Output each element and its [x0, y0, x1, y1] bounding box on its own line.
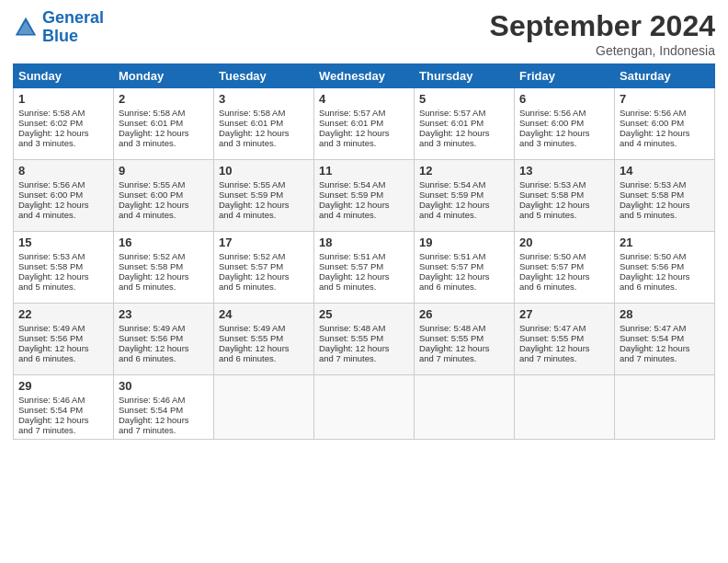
daylight-text-cont: and 4 minutes.: [319, 210, 409, 220]
sunset-text: Sunset: 5:56 PM: [119, 333, 209, 343]
sunrise-text: Sunrise: 5:58 AM: [219, 108, 309, 118]
daylight-text: Daylight: 12 hours: [18, 415, 108, 425]
sunrise-text: Sunrise: 5:52 AM: [219, 251, 309, 261]
daylight-text-cont: and 6 minutes.: [419, 282, 509, 292]
week-row-1: 1Sunrise: 5:58 AMSunset: 6:02 PMDaylight…: [14, 88, 715, 160]
sunset-text: Sunset: 5:58 PM: [620, 190, 710, 200]
day-number: 2: [119, 92, 209, 106]
day-number: 12: [419, 164, 509, 178]
daylight-text: Daylight: 12 hours: [119, 271, 209, 282]
day-number: 11: [319, 164, 409, 178]
daylight-text-cont: and 7 minutes.: [18, 425, 108, 435]
calendar-cell: 30Sunrise: 5:46 AMSunset: 5:54 PMDayligh…: [114, 375, 214, 440]
daylight-text: Daylight: 12 hours: [620, 200, 710, 210]
sunrise-text: Sunrise: 5:55 AM: [119, 179, 209, 190]
daylight-text-cont: and 6 minutes.: [620, 282, 710, 292]
sunset-text: Sunset: 5:54 PM: [18, 405, 108, 415]
sunrise-text: Sunrise: 5:58 AM: [18, 108, 108, 118]
logo: General Blue: [13, 9, 104, 46]
sunrise-text: Sunrise: 5:47 AM: [620, 323, 710, 333]
daylight-text: Daylight: 12 hours: [219, 200, 309, 210]
day-number: 24: [219, 307, 309, 321]
week-row-2: 8Sunrise: 5:56 AMSunset: 6:00 PMDaylight…: [14, 160, 715, 232]
sunset-text: Sunset: 5:57 PM: [419, 261, 509, 271]
day-number: 22: [18, 307, 108, 321]
daylight-text: Daylight: 12 hours: [219, 271, 309, 282]
calendar-cell: 24Sunrise: 5:49 AMSunset: 5:55 PMDayligh…: [214, 304, 314, 375]
daylight-text-cont: and 3 minutes.: [219, 138, 309, 148]
day-number: 6: [519, 92, 609, 106]
sunset-text: Sunset: 5:55 PM: [519, 333, 609, 343]
daylight-text-cont: and 3 minutes.: [319, 138, 409, 148]
day-number: 7: [620, 92, 710, 106]
daylight-text: Daylight: 12 hours: [620, 343, 710, 353]
day-number: 21: [620, 236, 710, 249]
sunrise-text: Sunrise: 5:54 AM: [319, 179, 409, 190]
daylight-text-cont: and 4 minutes.: [119, 210, 209, 220]
week-row-5: 29Sunrise: 5:46 AMSunset: 5:54 PMDayligh…: [14, 375, 715, 440]
sunset-text: Sunset: 5:59 PM: [219, 190, 309, 200]
daylight-text: Daylight: 12 hours: [419, 271, 509, 282]
sunrise-text: Sunrise: 5:48 AM: [319, 323, 409, 333]
daylight-text: Daylight: 12 hours: [519, 128, 609, 138]
week-row-4: 22Sunrise: 5:49 AMSunset: 5:56 PMDayligh…: [14, 304, 715, 375]
location: Getengan, Indonesia: [490, 43, 715, 58]
day-number: 19: [419, 236, 509, 249]
calendar-cell: 18Sunrise: 5:51 AMSunset: 5:57 PMDayligh…: [314, 232, 415, 304]
day-number: 9: [119, 164, 209, 178]
daylight-text: Daylight: 12 hours: [419, 200, 509, 210]
day-header-monday: Monday: [114, 64, 214, 88]
calendar-cell: 10Sunrise: 5:55 AMSunset: 5:59 PMDayligh…: [214, 160, 314, 232]
sunrise-text: Sunrise: 5:49 AM: [119, 323, 209, 333]
calendar-cell: 3Sunrise: 5:58 AMSunset: 6:01 PMDaylight…: [214, 88, 314, 160]
sunset-text: Sunset: 6:00 PM: [620, 118, 710, 128]
day-number: 25: [319, 307, 409, 321]
sunrise-text: Sunrise: 5:50 AM: [620, 251, 710, 261]
daylight-text-cont: and 7 minutes.: [419, 353, 509, 363]
daylight-text-cont: and 6 minutes.: [519, 282, 609, 292]
day-number: 4: [319, 92, 409, 106]
calendar-cell: 9Sunrise: 5:55 AMSunset: 6:00 PMDaylight…: [114, 160, 214, 232]
calendar-cell: [615, 375, 715, 440]
page-container: General Blue September 2024 Getengan, In…: [0, 0, 728, 563]
daylight-text: Daylight: 12 hours: [119, 128, 209, 138]
daylight-text: Daylight: 12 hours: [319, 200, 409, 210]
day-header-friday: Friday: [515, 64, 615, 88]
sunrise-text: Sunrise: 5:49 AM: [18, 323, 108, 333]
calendar-table: SundayMondayTuesdayWednesdayThursdayFrid…: [13, 63, 715, 440]
sunset-text: Sunset: 6:01 PM: [119, 118, 209, 128]
sunrise-text: Sunrise: 5:52 AM: [119, 251, 209, 261]
calendar-cell: 22Sunrise: 5:49 AMSunset: 5:56 PMDayligh…: [14, 304, 114, 375]
week-row-3: 15Sunrise: 5:53 AMSunset: 5:58 PMDayligh…: [14, 232, 715, 304]
calendar-cell: 6Sunrise: 5:56 AMSunset: 6:00 PMDaylight…: [515, 88, 615, 160]
sunrise-text: Sunrise: 5:57 AM: [319, 108, 409, 118]
daylight-text-cont: and 6 minutes.: [219, 353, 309, 363]
daylight-text-cont: and 5 minutes.: [519, 210, 609, 220]
daylight-text-cont: and 6 minutes.: [18, 353, 108, 363]
daylight-text-cont: and 3 minutes.: [519, 138, 609, 148]
daylight-text: Daylight: 12 hours: [119, 415, 209, 425]
calendar-cell: 15Sunrise: 5:53 AMSunset: 5:58 PMDayligh…: [14, 232, 114, 304]
daylight-text-cont: and 7 minutes.: [319, 353, 409, 363]
sunset-text: Sunset: 6:01 PM: [419, 118, 509, 128]
daylight-text-cont: and 3 minutes.: [119, 138, 209, 148]
calendar-cell: 2Sunrise: 5:58 AMSunset: 6:01 PMDaylight…: [114, 88, 214, 160]
sunrise-text: Sunrise: 5:58 AM: [119, 108, 209, 118]
calendar-cell: 27Sunrise: 5:47 AMSunset: 5:55 PMDayligh…: [515, 304, 615, 375]
day-number: 14: [620, 164, 710, 178]
sunset-text: Sunset: 6:00 PM: [119, 190, 209, 200]
day-header-sunday: Sunday: [14, 64, 114, 88]
calendar-cell: 26Sunrise: 5:48 AMSunset: 5:55 PMDayligh…: [415, 304, 515, 375]
sunset-text: Sunset: 5:56 PM: [18, 333, 108, 343]
day-number: 10: [219, 164, 309, 178]
daylight-text-cont: and 4 minutes.: [620, 138, 710, 148]
daylight-text-cont: and 4 minutes.: [419, 210, 509, 220]
calendar-cell: 17Sunrise: 5:52 AMSunset: 5:57 PMDayligh…: [214, 232, 314, 304]
day-number: 23: [119, 307, 209, 321]
sunset-text: Sunset: 6:01 PM: [319, 118, 409, 128]
daylight-text: Daylight: 12 hours: [18, 271, 108, 282]
day-number: 1: [18, 92, 108, 106]
sunrise-text: Sunrise: 5:51 AM: [419, 251, 509, 261]
calendar-cell: 25Sunrise: 5:48 AMSunset: 5:55 PMDayligh…: [314, 304, 415, 375]
daylight-text: Daylight: 12 hours: [18, 128, 108, 138]
